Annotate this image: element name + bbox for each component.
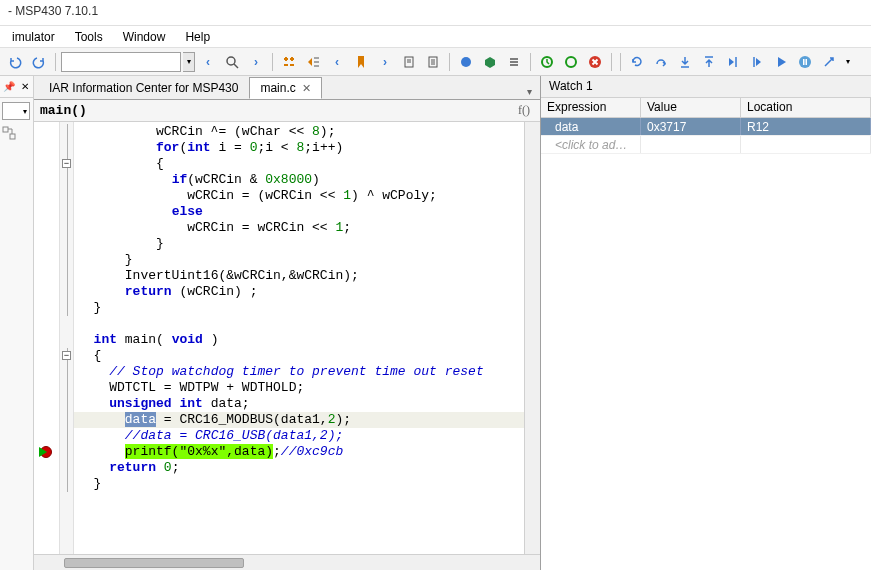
- function-indicator: f(): [514, 103, 534, 118]
- menu-bar: imulator Tools Window Help: [0, 26, 871, 48]
- scroll-thumb[interactable]: [64, 558, 244, 568]
- nav-forward-button[interactable]: ›: [245, 51, 267, 73]
- window-title-bar: - MSP430 7.10.1: [0, 0, 871, 26]
- watch-col-value[interactable]: Value: [641, 98, 741, 117]
- watch-col-expression[interactable]: Expression: [541, 98, 641, 117]
- main-toolbar: ▾ ‹ › ‹ › ▾: [0, 48, 871, 76]
- watch-row[interactable]: data 0x3717 R12: [541, 118, 871, 136]
- next-statement-button[interactable]: [746, 51, 768, 73]
- doc-button-2[interactable]: [422, 51, 444, 73]
- tab-info-center[interactable]: IAR Information Center for MSP430: [38, 77, 249, 99]
- menu-window[interactable]: Window: [115, 28, 174, 45]
- watch-grid[interactable]: Expression Value Location data 0x3717 R1…: [541, 98, 871, 570]
- undo-button[interactable]: [4, 51, 26, 73]
- fold-gutter[interactable]: −−: [60, 122, 74, 554]
- tab-label: IAR Information Center for MSP430: [49, 81, 238, 95]
- svg-rect-26: [3, 127, 8, 132]
- search-button[interactable]: [221, 51, 243, 73]
- svg-point-17: [566, 57, 576, 67]
- svg-point-23: [799, 56, 811, 68]
- current-function: main(): [40, 103, 87, 118]
- redo-button[interactable]: [28, 51, 50, 73]
- toolbar-separator: [611, 53, 612, 71]
- watch-add-row[interactable]: <click to ad…: [541, 136, 871, 154]
- menu-tools[interactable]: Tools: [67, 28, 111, 45]
- left-side-panel: 📌 ✕ ▾: [0, 76, 34, 570]
- bookmark-button[interactable]: [350, 51, 372, 73]
- svg-line-1: [234, 64, 238, 68]
- doc-button-1[interactable]: [398, 51, 420, 73]
- prev-bookmark-button[interactable]: ‹: [326, 51, 348, 73]
- menu-simulator[interactable]: imulator: [4, 28, 63, 45]
- horizontal-scrollbar[interactable]: [34, 554, 540, 570]
- close-panel-icon[interactable]: ✕: [18, 80, 31, 94]
- fold-toggle[interactable]: −: [62, 159, 71, 168]
- editor-panel: IAR Information Center for MSP430 main.c…: [34, 76, 541, 570]
- tab-label: main.c: [260, 81, 295, 95]
- watch-add-placeholder[interactable]: <click to ad…: [541, 136, 641, 153]
- watch-col-location[interactable]: Location: [741, 98, 871, 117]
- step-out-button[interactable]: [698, 51, 720, 73]
- toolbar-separator: [620, 53, 621, 71]
- svg-point-12: [461, 57, 471, 67]
- step-over-button[interactable]: [650, 51, 672, 73]
- toolbar-separator: [530, 53, 531, 71]
- svg-rect-25: [806, 59, 808, 65]
- panel-tree-icon[interactable]: [2, 126, 16, 140]
- watch-panel: Watch 1 Expression Value Location data 0…: [541, 76, 871, 570]
- build-button[interactable]: [479, 51, 501, 73]
- pin-icon[interactable]: 📌: [2, 80, 15, 94]
- breakpoint-gutter[interactable]: [34, 122, 60, 554]
- panel-selector[interactable]: ▾: [2, 102, 30, 120]
- watch-panel-title: Watch 1: [541, 76, 871, 98]
- run-to-cursor-button[interactable]: [722, 51, 744, 73]
- watch-location: R12: [741, 118, 871, 135]
- pause-button[interactable]: [794, 51, 816, 73]
- reset-button[interactable]: [626, 51, 648, 73]
- execution-arrow-icon: [39, 447, 47, 457]
- go-button[interactable]: [536, 51, 558, 73]
- menu-help[interactable]: Help: [177, 28, 218, 45]
- tab-overflow-button[interactable]: ▾: [523, 84, 536, 99]
- debug-dropdown[interactable]: ▾: [842, 52, 854, 72]
- list-button[interactable]: [503, 51, 525, 73]
- watch-value: 0x3717: [641, 118, 741, 135]
- restart-button[interactable]: [560, 51, 582, 73]
- tab-main-c[interactable]: main.c✕: [249, 77, 321, 99]
- close-tab-icon[interactable]: ✕: [302, 82, 311, 95]
- toolbar-separator: [55, 53, 56, 71]
- halt-button[interactable]: [818, 51, 840, 73]
- svg-rect-27: [10, 134, 15, 139]
- fold-toggle[interactable]: −: [62, 351, 71, 360]
- window-title: - MSP430 7.10.1: [8, 4, 98, 18]
- stop-button[interactable]: [584, 51, 606, 73]
- next-bookmark-button[interactable]: ›: [374, 51, 396, 73]
- nav-back-button[interactable]: ‹: [197, 51, 219, 73]
- step-into-button[interactable]: [674, 51, 696, 73]
- step-to-button[interactable]: [302, 51, 324, 73]
- code-editor[interactable]: −− wCRCin ^= (wChar << 8); for(int i = 0…: [34, 122, 540, 554]
- toggle-button[interactable]: [278, 51, 300, 73]
- svg-rect-24: [803, 59, 805, 65]
- function-bar: main() f(): [34, 100, 540, 122]
- code-content[interactable]: wCRCin ^= (wChar << 8); for(int i = 0;i …: [74, 122, 524, 554]
- vertical-scrollbar[interactable]: [524, 122, 540, 554]
- run-button[interactable]: [770, 51, 792, 73]
- toolbar-separator: [272, 53, 273, 71]
- search-input[interactable]: [61, 52, 181, 72]
- toolbar-separator: [449, 53, 450, 71]
- svg-point-0: [227, 57, 235, 65]
- search-dropdown[interactable]: ▾: [183, 52, 195, 72]
- watch-expr: data: [541, 118, 641, 135]
- watch-header-row: Expression Value Location: [541, 98, 871, 118]
- editor-tab-strip: IAR Information Center for MSP430 main.c…: [34, 76, 540, 100]
- compile-button[interactable]: [455, 51, 477, 73]
